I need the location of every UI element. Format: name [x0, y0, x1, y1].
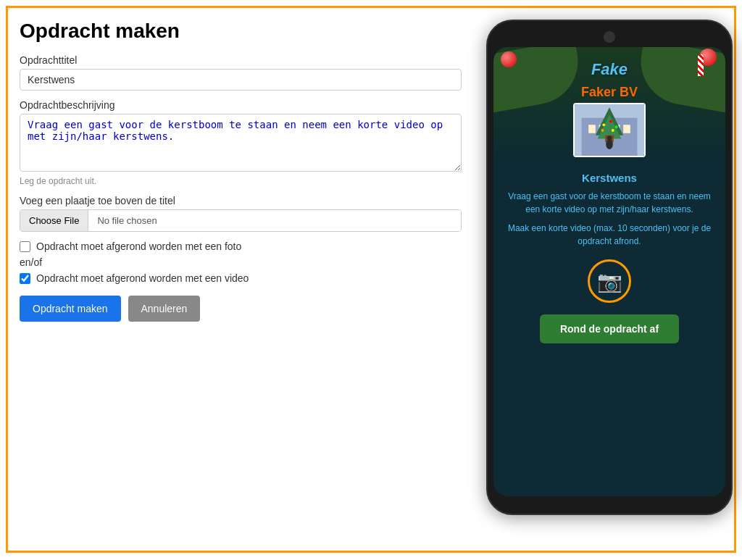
video-checkbox[interactable] — [20, 273, 30, 284]
svg-point-12 — [601, 129, 604, 132]
image-label: Voeg een plaatje toe boven de titel — [20, 195, 469, 206]
phone-task-title: Kerstwens — [504, 172, 715, 184]
description-group: Opdrachtbeschrijving <span class="textar… — [20, 99, 469, 186]
phone-panel: Fake Faker BV Kerstfeest — [486, 20, 733, 539]
enof-label: en/of — [20, 256, 469, 268]
task-image — [573, 103, 646, 157]
phone-header: Fake Faker BV Kerstfeest — [493, 47, 725, 163]
checkbox1-label: Opdracht moet afgerond worden met een fo… — [36, 241, 241, 252]
photo-checkbox[interactable] — [20, 241, 30, 252]
main-container: Opdracht maken Opdrachttitel Opdrachtbes… — [6, 6, 736, 553]
title-group: Opdrachttitel — [20, 54, 469, 91]
camera-circle: 📷 — [588, 259, 631, 303]
image-group: Voeg een plaatje toe boven de titel Choo… — [20, 195, 469, 232]
svg-rect-5 — [623, 125, 630, 133]
cancel-button[interactable]: Annuleren — [128, 296, 201, 322]
description-textarea[interactable]: <span class="textarea-content">Vraag een… — [20, 114, 462, 172]
file-name-display: No file chosen — [88, 210, 461, 231]
camera-icon: 📷 — [597, 269, 622, 293]
submit-button[interactable]: Opdracht maken — [20, 296, 121, 322]
checkbox2-row: Opdracht moet afgerond worden met een vi… — [20, 272, 469, 284]
form-panel: Opdracht maken Opdrachttitel Opdrachtbes… — [20, 20, 469, 539]
button-row: Opdracht maken Annuleren — [20, 296, 469, 322]
svg-point-11 — [615, 125, 618, 128]
file-upload-row: Choose File No file chosen — [20, 209, 462, 232]
candy-cane — [698, 54, 704, 76]
phone-task-description: Vraag een gast voor de kerstboom te staa… — [504, 190, 715, 216]
task-image-placeholder — [575, 104, 644, 156]
svg-point-13 — [612, 129, 614, 132]
svg-point-9 — [602, 123, 605, 126]
phone-content: Kerstwens Vraag een gast voor de kerstbo… — [493, 163, 725, 352]
svg-point-14 — [606, 139, 613, 149]
phone-notch-area — [493, 31, 725, 43]
camera-icon-area: 📷 — [504, 259, 715, 303]
svg-point-15 — [607, 135, 612, 141]
phone-task-instruction: Maak een korte video (max. 10 seconden) … — [504, 222, 715, 248]
description-hint: Leg de opdracht uit. — [20, 176, 469, 186]
company-name: Faker BV — [581, 85, 638, 100]
choose-file-button[interactable]: Choose File — [20, 210, 88, 231]
title-label: Opdrachttitel — [20, 54, 469, 66]
checkbox1-row: Opdracht moet afgerond worden met een fo… — [20, 241, 469, 252]
checkbox2-label: Opdracht moet afgerond worden met een vi… — [36, 272, 249, 284]
description-label: Opdrachtbeschrijving — [20, 99, 469, 111]
complete-task-button[interactable]: Rond de opdracht af — [540, 314, 679, 343]
phone-frame: Fake Faker BV Kerstfeest — [486, 20, 733, 515]
fake-logo: Fake — [591, 60, 628, 79]
page-title: Opdracht maken — [20, 20, 469, 43]
phone-camera — [604, 31, 615, 43]
svg-point-10 — [609, 120, 612, 123]
title-input[interactable] — [20, 69, 462, 91]
phone-screen: Fake Faker BV Kerstfeest — [493, 47, 725, 496]
svg-rect-2 — [588, 125, 596, 133]
bauble-left — [501, 51, 517, 67]
